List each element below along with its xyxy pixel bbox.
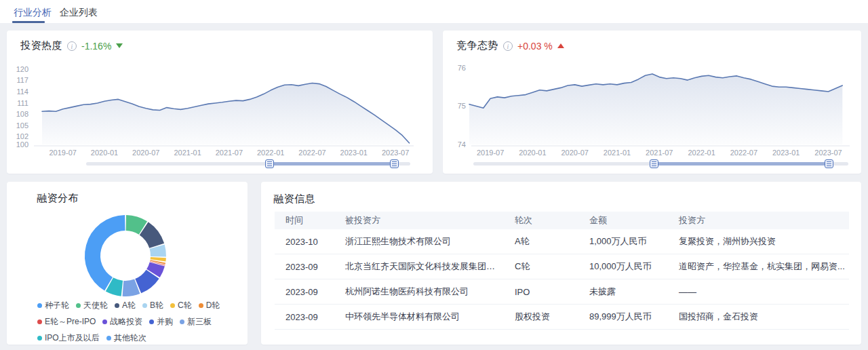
table-cell: A轮 xyxy=(504,229,578,254)
legend-label: C轮 xyxy=(178,300,192,311)
area-fill xyxy=(42,83,410,145)
table-row[interactable]: 2023-09中环领先半导体材料有限公司股权投资89,999万人民币国投招商，金… xyxy=(275,305,849,330)
y-axis-label: 100 xyxy=(16,140,28,149)
panel-title: 融资分布 xyxy=(37,192,79,205)
y-axis-label: 117 xyxy=(16,76,28,84)
legend-item[interactable]: 并购 xyxy=(149,316,173,328)
table-cell: 中环领先半导体材料有限公司 xyxy=(334,305,504,330)
legend-item[interactable]: D轮 xyxy=(199,300,220,311)
legend-label: 战略投资 xyxy=(110,316,142,328)
legend-dot-icon xyxy=(102,319,107,324)
competition-chart[interactable]: 7675742019-072020-012020-072021-012021-0… xyxy=(443,31,861,176)
y-axis-label: 108 xyxy=(16,110,28,118)
datazoom-right-handle-icon[interactable] xyxy=(825,159,833,168)
tab-enterprise-list[interactable]: 企业列表 xyxy=(60,0,98,23)
x-axis-label: 2021-01 xyxy=(604,149,631,157)
table-cell: 北京当红齐天国际文化科技发展集团有限... xyxy=(334,254,504,279)
x-axis-label: 2020-01 xyxy=(91,149,118,157)
legend-row: IPO上市及以后其他轮次 xyxy=(37,332,241,344)
donut-slice[interactable] xyxy=(126,223,143,229)
y-axis-label: 120 xyxy=(16,65,28,73)
donut-slice[interactable] xyxy=(138,274,153,286)
datazoom-left-handle-icon[interactable] xyxy=(650,159,658,168)
legend-item[interactable]: B轮 xyxy=(142,300,163,311)
legend-dot-icon xyxy=(37,303,42,308)
table-row[interactable]: 2023-09杭州阿诺生物医药科技有限公司IPO未披露—— xyxy=(275,279,849,305)
financing-header: 融资信息 xyxy=(273,193,315,206)
table-cell: —— xyxy=(668,279,849,305)
legend-dot-icon xyxy=(149,319,154,324)
column-header: 时间 xyxy=(275,212,334,229)
x-axis-label: 2023-07 xyxy=(382,149,409,157)
x-axis-label: 2020-01 xyxy=(519,149,546,157)
donut-slice[interactable] xyxy=(153,265,157,273)
datazoom-left-handle-icon[interactable] xyxy=(265,159,274,168)
table-cell: 股权投资 xyxy=(504,305,578,330)
donut-slice[interactable] xyxy=(123,286,137,288)
legend-label: B轮 xyxy=(150,300,163,311)
legend-item[interactable]: IPO上市及以后 xyxy=(37,332,100,344)
legend-item[interactable]: A轮 xyxy=(115,300,136,311)
y-axis-label: 74 xyxy=(458,140,466,149)
x-axis-label: 2019-07 xyxy=(477,149,504,157)
financing-table-body: 2023-10浙江正熙生物技术有限公司A轮1,000万人民币复聚投资，湖州协兴投… xyxy=(275,229,849,330)
legend-label: 种子轮 xyxy=(45,300,69,311)
column-header: 投资方 xyxy=(668,212,849,229)
table-cell: 2023-09 xyxy=(275,254,334,279)
column-header: 轮次 xyxy=(504,212,578,229)
table-cell: 2023-09 xyxy=(275,279,334,305)
tab-label: 行业分析 xyxy=(14,7,52,18)
x-axis-label: 2020-07 xyxy=(561,149,589,157)
legend-item[interactable]: 战略投资 xyxy=(102,316,142,328)
area-fill xyxy=(469,74,842,144)
legend-dot-icon xyxy=(115,303,119,308)
datazoom-right-handle-icon[interactable] xyxy=(390,159,399,168)
table-cell: C轮 xyxy=(504,254,578,279)
competition-panel: 竞争态势 i +0.03 % 7675742019-072020-012020-… xyxy=(443,31,861,174)
legend-label: 并购 xyxy=(157,316,173,328)
legend-dot-icon xyxy=(37,319,42,324)
column-header: 金额 xyxy=(578,212,668,229)
donut-slice[interactable] xyxy=(109,284,121,288)
legend-item[interactable]: 其他轮次 xyxy=(106,332,146,344)
trend-up-icon xyxy=(557,43,564,48)
legend-item[interactable]: 新三板 xyxy=(180,316,212,328)
donut-slice[interactable] xyxy=(157,247,159,256)
table-cell: 杭州阿诺生物医药科技有限公司 xyxy=(334,279,504,305)
y-axis-label: 111 xyxy=(17,99,28,107)
datazoom-range[interactable] xyxy=(654,162,829,166)
table-cell: 复聚投资，湖州协兴投资 xyxy=(668,229,849,254)
legend-item[interactable]: 种子轮 xyxy=(37,300,69,311)
table-row[interactable]: 2023-09北京当红齐天国际文化科技发展集团有限...C轮10,000万人民币… xyxy=(275,254,849,279)
x-axis-label: 2019-07 xyxy=(50,149,77,157)
donut-slice[interactable] xyxy=(92,223,125,284)
datazoom-range[interactable] xyxy=(270,162,395,166)
x-axis-label: 2022-07 xyxy=(730,149,757,157)
legend-dot-icon xyxy=(180,319,184,324)
legend-dot-icon xyxy=(76,303,81,308)
table-row[interactable]: 2023-10浙江正熙生物技术有限公司A轮1,000万人民币复聚投资，湖州协兴投… xyxy=(275,229,849,254)
tab-industry-analysis[interactable]: 行业分析 xyxy=(14,0,52,23)
x-axis-label: 2023-01 xyxy=(772,149,800,157)
legend-dot-icon xyxy=(142,303,147,308)
legend-dot-icon xyxy=(37,336,42,341)
y-axis-label: 114 xyxy=(16,88,28,96)
info-icon[interactable]: i xyxy=(67,41,77,51)
investment-heat-panel: 投资热度 i -1.16% 12011711411110810510210020… xyxy=(7,31,433,174)
legend-item[interactable]: C轮 xyxy=(170,300,192,311)
donut-slice[interactable] xyxy=(144,229,157,246)
legend-item[interactable]: 天使轮 xyxy=(76,300,108,311)
legend-label: 其他轮次 xyxy=(114,332,146,344)
legend-item[interactable]: E轮～Pre-IPO xyxy=(37,316,96,328)
x-axis-label: 2022-01 xyxy=(688,149,715,157)
investment-heat-chart[interactable]: 1201171141111081051021002019-072020-0120… xyxy=(7,31,433,176)
table-cell: 2023-09 xyxy=(275,305,334,330)
active-tab-underline xyxy=(12,21,45,23)
x-axis-label: 2022-07 xyxy=(298,149,326,157)
y-axis-label: 75 xyxy=(458,102,466,110)
info-icon[interactable]: i xyxy=(503,41,513,51)
table-cell: 未披露 xyxy=(578,279,668,305)
legend-dot-icon xyxy=(170,303,175,308)
legend-label: E轮～Pre-IPO xyxy=(45,316,96,328)
table-cell: 1,000万人民币 xyxy=(578,229,668,254)
